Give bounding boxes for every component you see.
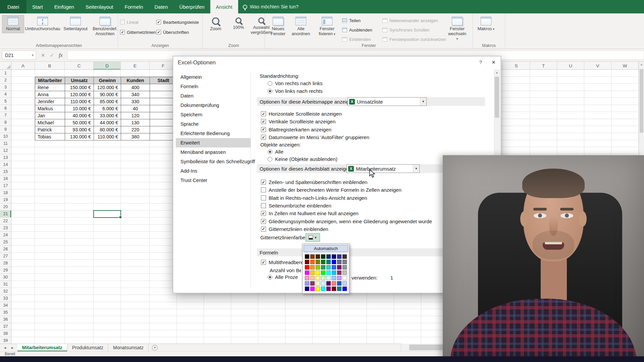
- tab-einfuegen[interactable]: Einfügen: [49, 0, 80, 13]
- row-header-37[interactable]: 37: [0, 323, 11, 330]
- table-cell[interactable]: 150.000 €: [65, 84, 94, 91]
- checkbox[interactable]: [261, 227, 266, 232]
- color-swatch[interactable]: [316, 260, 320, 264]
- dialog-nav-item[interactable]: Speichern: [176, 110, 251, 119]
- table-cell[interactable]: 80.000 €: [94, 126, 121, 133]
- color-swatch[interactable]: [332, 254, 336, 259]
- color-swatch[interactable]: [310, 265, 315, 269]
- row-header-3[interactable]: 3: [0, 84, 11, 91]
- row-header-20[interactable]: 20: [0, 203, 11, 210]
- row-header-29[interactable]: 29: [0, 267, 11, 274]
- table-cell[interactable]: 120.000 €: [94, 84, 121, 91]
- row-header-36[interactable]: 36: [0, 316, 11, 323]
- color-swatch[interactable]: [337, 281, 341, 286]
- table-cell[interactable]: 110.000 €: [94, 133, 121, 140]
- color-swatch[interactable]: [342, 281, 347, 286]
- table-header-cell[interactable]: Mitarbeiter: [35, 77, 65, 84]
- zoom-button[interactable]: Zoom: [205, 15, 227, 33]
- tab-seitenlayout[interactable]: Seitenlayout: [80, 0, 119, 13]
- radio-objects-all[interactable]: Alle: [268, 149, 283, 155]
- table-header-cell[interactable]: Umsatz: [65, 77, 94, 84]
- color-swatch[interactable]: [310, 270, 315, 275]
- multithread-checkbox[interactable]: [261, 260, 266, 265]
- tab-daten[interactable]: Daten: [149, 0, 174, 13]
- table-cell[interactable]: 40: [121, 105, 150, 112]
- tab-datei[interactable]: Datei: [0, 0, 26, 13]
- tab-start[interactable]: Start: [26, 0, 49, 13]
- dialog-nav-item[interactable]: Add-Ins: [176, 166, 251, 176]
- table-cell[interactable]: 93.000 €: [65, 126, 94, 133]
- tab-formeln[interactable]: Formeln: [119, 0, 149, 13]
- dialog-nav-item[interactable]: Erleichterte Bedienung: [176, 129, 251, 138]
- color-swatch[interactable]: [332, 265, 336, 269]
- row-header-7[interactable]: 7: [0, 112, 11, 119]
- table-cell[interactable]: Rene: [35, 84, 65, 91]
- row-header-9[interactable]: 9: [0, 126, 11, 133]
- table-cell[interactable]: Tobias: [35, 133, 65, 140]
- table-cell[interactable]: 110.000 €: [65, 98, 94, 105]
- table-cell[interactable]: 90.000 €: [94, 91, 121, 98]
- workbook-select-dropdown[interactable]: X Umsatzliste ▼: [347, 97, 427, 106]
- row-header-24[interactable]: 24: [0, 232, 11, 239]
- worksheet-select-arrow-icon[interactable]: ▼: [413, 165, 419, 173]
- row-header-33[interactable]: 33: [0, 295, 11, 302]
- vertical-scrollbar-thumb[interactable]: [640, 69, 643, 133]
- radio-objects-all-circle[interactable]: [268, 149, 272, 154]
- color-swatch[interactable]: [342, 276, 347, 280]
- scroll-up-icon[interactable]: ▲: [639, 63, 644, 66]
- row-header-23[interactable]: 23: [0, 225, 11, 232]
- dialog-nav-item[interactable]: Sprache: [176, 119, 251, 129]
- color-swatch[interactable]: [332, 270, 336, 275]
- dialog-nav-item[interactable]: Dokumentprüfung: [176, 101, 251, 110]
- color-swatch[interactable]: [342, 260, 347, 264]
- horizontal-scrollbar-thumb[interactable]: [409, 345, 446, 350]
- macros-button[interactable]: Makros: [475, 15, 497, 33]
- row-header-10[interactable]: 10: [0, 133, 11, 140]
- table-header-cell[interactable]: Gewinn: [94, 77, 121, 84]
- table-cell[interactable]: 10.000 €: [65, 105, 94, 112]
- table-cell[interactable]: 120: [121, 112, 150, 119]
- radio-all-processors[interactable]: Alle Proze: [268, 274, 298, 280]
- column-header-W[interactable]: W: [611, 62, 639, 70]
- dialog-nav-item[interactable]: Daten: [176, 91, 251, 101]
- formula-bar-checkbox-box[interactable]: [156, 20, 161, 24]
- table-cell[interactable]: 33.000 €: [94, 112, 121, 119]
- color-automatic-option[interactable]: Automatisch: [304, 245, 348, 252]
- row-header-12[interactable]: 12: [0, 147, 11, 154]
- checkbox[interactable]: [261, 111, 266, 116]
- table-cell[interactable]: 130.000 €: [65, 133, 94, 140]
- color-swatch[interactable]: [305, 276, 309, 280]
- formula-bar-checkbox[interactable]: Bearbeitungsleiste: [156, 20, 199, 25]
- checkbox[interactable]: [261, 219, 266, 224]
- color-swatch[interactable]: [332, 281, 336, 286]
- dialog-scrollbar-thumb[interactable]: [495, 77, 499, 118]
- color-swatch[interactable]: [337, 270, 341, 275]
- color-swatch[interactable]: [326, 276, 331, 280]
- radio-left-to-right-circle[interactable]: [268, 89, 272, 94]
- zoom-100-button[interactable]: 100%: [227, 15, 250, 32]
- table-cell[interactable]: 340: [121, 91, 150, 98]
- dialog-close-button[interactable]: ×: [492, 59, 495, 66]
- checkbox[interactable]: [261, 135, 266, 140]
- row-header-32[interactable]: 32: [0, 288, 11, 295]
- table-cell[interactable]: Anna: [35, 91, 65, 98]
- column-header-E[interactable]: E: [121, 62, 150, 70]
- row-header-6[interactable]: 6: [0, 105, 11, 112]
- table-cell[interactable]: 50.000 €: [65, 119, 94, 126]
- radio-objects-none[interactable]: Keine (Objekte ausblenden): [268, 156, 337, 162]
- color-swatch[interactable]: [321, 287, 325, 291]
- row-header-13[interactable]: 13: [0, 154, 11, 161]
- color-swatch[interactable]: [337, 276, 341, 280]
- gridlines-checkbox[interactable]: Gitternetzlinien: [120, 30, 156, 35]
- cancel-icon[interactable]: ✕: [41, 52, 45, 58]
- table-cell[interactable]: 44.000 €: [94, 119, 121, 126]
- color-swatch[interactable]: [305, 287, 309, 291]
- color-swatch[interactable]: [305, 281, 309, 286]
- gridline-color-arrow-icon[interactable]: ▼: [314, 236, 317, 239]
- radio-left-to-right[interactable]: Von links nach rechts: [268, 88, 323, 94]
- row-header-15[interactable]: 15: [0, 168, 11, 175]
- arrange-all-button[interactable]: Alle anordnen: [290, 15, 312, 38]
- column-header-C[interactable]: C: [65, 62, 94, 70]
- color-swatch[interactable]: [326, 270, 331, 275]
- column-header-V[interactable]: V: [584, 62, 611, 70]
